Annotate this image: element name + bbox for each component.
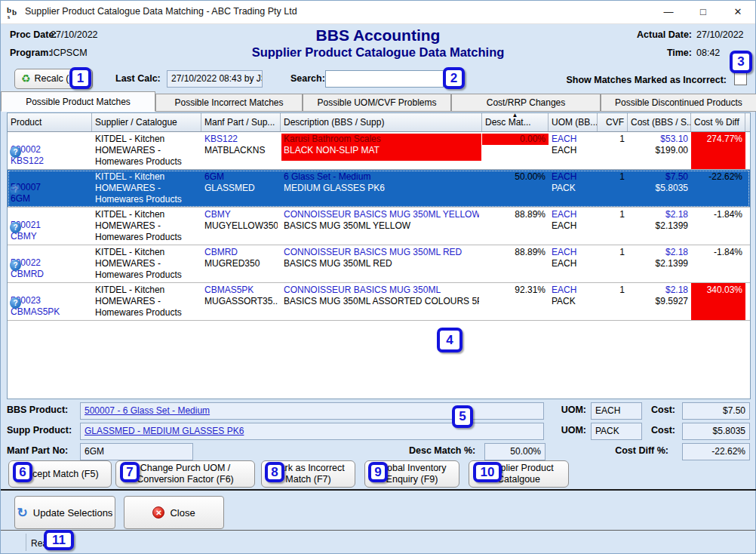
column-header-uom-bb-[interactable]: UOM (BB... (549, 113, 598, 131)
table-row[interactable]: ?600002KBS122KITDEL - KitchenHOMEWARES -… (8, 132, 750, 170)
bbs-cost-label: Cost: (651, 405, 675, 415)
desc-match-field: 50.00% (484, 443, 545, 460)
cell-manf-part: CBMAS5PKMUGASSORT35... (201, 283, 281, 320)
bbs-product-field[interactable]: 500007 - 6 Glass Set - Medium (80, 402, 544, 420)
cell-product: ?600002KBS122 (8, 132, 92, 169)
button-label: Match (F7) (285, 474, 330, 485)
question-mark-icon: ? (10, 184, 21, 195)
svg-text:s: s (8, 14, 10, 20)
bbs-product-label: BBS Product: (7, 405, 68, 415)
cell-cost: $2.18$9.5927 (628, 283, 691, 320)
question-mark-icon: ? (10, 222, 21, 233)
search-label: Search: (290, 73, 325, 84)
cell-cost: $2.18$2.1399 (628, 208, 691, 245)
question-mark-icon: ? (10, 146, 21, 158)
cell-cvf: 1 (598, 170, 628, 207)
som-marker-3: 3 (730, 51, 752, 73)
column-header-supplier-catalogue[interactable]: Supplier / Catalogue (92, 113, 201, 131)
cell-product: ?5000076GM (8, 170, 92, 207)
minimize-button[interactable]: — (651, 1, 686, 23)
update-selections-button[interactable]: ↻ Update Selections (14, 496, 115, 529)
table-body: ?600002KBS122KITDEL - KitchenHOMEWARES -… (8, 132, 750, 321)
close-window-button[interactable]: ✕ (721, 1, 755, 23)
svg-text:b: b (12, 8, 17, 17)
cell-cost: $53.10$199.00 (628, 132, 691, 169)
close-button-label: Close (170, 507, 195, 519)
search-input[interactable] (325, 70, 444, 88)
cell-cost-diff: -1.84% (691, 208, 745, 245)
bbs-uom-label: UOM: (561, 405, 586, 415)
column-header-description-bbs-supp-[interactable]: Description (BBS / Supp) (281, 113, 482, 131)
cell-supplier: KITDEL - KitchenHOMEWARES -Homewares Pro… (92, 208, 201, 245)
bbs-uom-field: EACH (591, 402, 642, 420)
cell-cost: $7.50$5.8035 (628, 170, 691, 207)
tab-possible-product-matches[interactable]: Possible Product Matches (1, 91, 155, 112)
bbs-logo-icon: b b s (6, 5, 21, 20)
som-marker-11: 11 (44, 530, 74, 550)
column-header-desc-mat-[interactable]: Desc Mat...▲ (482, 113, 549, 131)
last-calc-label: Last Calc: (115, 73, 161, 84)
column-header-cost-bbs-s-[interactable]: Cost (BBS / S... (628, 113, 691, 131)
cell-description: Karusi Bathroom ScalesBLACK NON-SLIP MAT (281, 132, 482, 169)
table-header-row: ProductSupplier / CatalogueManf Part / S… (8, 113, 750, 132)
cell-desc-match: 92.31% (482, 283, 549, 320)
button-label: Catalgoue (497, 474, 540, 485)
update-selections-label: Update Selections (33, 507, 113, 519)
cost-diff-field: -22.62% (682, 443, 750, 460)
cost-diff-label: Cost Diff %: (615, 445, 668, 456)
tab-bar: Possible Product MatchesPossible Incorre… (1, 91, 756, 112)
supp-cost-label: Cost: (651, 425, 675, 436)
cell-cost-diff: 274.77% (691, 132, 745, 169)
cell-uom: EACHEACH (549, 132, 598, 169)
tab-possible-incorrect-matches[interactable]: Possible Incorrect Matches (155, 94, 303, 112)
desc-match-label: Desc Match %: (409, 445, 475, 456)
supp-product-link[interactable]: GLASSMED - MEDIUM GLASSES PK6 (85, 426, 244, 436)
button-label: Conversion Factor (F6) (137, 474, 234, 485)
supp-cost-field: $5.8035 (682, 423, 750, 440)
som-marker-1: 1 (69, 67, 91, 89)
show-incorrect-checkbox[interactable] (734, 72, 747, 85)
supp-uom-label: UOM: (561, 425, 586, 436)
tab-possible-uom-cvf-problems[interactable]: Possible UOM/CVF Problems (303, 94, 451, 112)
table-row[interactable]: ?500023CBMAS5PKKITDEL - KitchenHOMEWARES… (8, 283, 750, 321)
column-header-manf-part-sup-[interactable]: Manf Part / Sup... (201, 113, 281, 131)
app-window: b b s Supplier Product Catalogue Data Ma… (0, 0, 756, 554)
question-mark-icon: ? (10, 260, 21, 271)
status-divider (26, 534, 26, 551)
cell-supplier: KITDEL - KitchenHOMEWARES -Homewares Pro… (92, 283, 201, 320)
cell-cvf: 1 (598, 132, 628, 169)
actual-date-value: 27/10/2022 (696, 29, 744, 40)
cell-desc-match: 50.00% (482, 170, 549, 207)
cell-cost-diff: -1.84% (691, 245, 745, 282)
supp-product-field[interactable]: GLASSMED - MEDIUM GLASSES PK6 (80, 423, 544, 440)
cell-cvf: 1 (598, 283, 628, 320)
column-header-cvf[interactable]: CVF (598, 113, 628, 131)
column-header-product[interactable]: Product (8, 113, 92, 131)
cell-manf-part: 6GMGLASSMED (201, 170, 281, 207)
cell-uom: EACHEACH (549, 208, 598, 245)
table-row[interactable]: ?500022CBMRDKITDEL - KitchenHOMEWARES -H… (8, 245, 750, 283)
sort-ascending-icon: ▲ (512, 113, 518, 118)
cell-desc-match: 88.89% (482, 245, 549, 282)
som-marker-2: 2 (443, 67, 465, 89)
status-bar: Ready (1, 530, 755, 553)
tab-possible-discontinued-products[interactable]: Possible Discontinued Products (601, 94, 756, 112)
window-title: Supplier Product Catalogue Data Matching… (25, 6, 297, 17)
cell-description: CONNOISSEUR BASICS MUG 350ML REDBASICS M… (281, 245, 482, 282)
maximize-button[interactable]: □ (686, 1, 721, 23)
cell-supplier: KITDEL - KitchenHOMEWARES -Homewares Pro… (92, 245, 201, 282)
cell-product: ?500021CBMY (8, 208, 92, 245)
table-row[interactable]: ?5000076GMKITDEL - KitchenHOMEWARES -Hom… (8, 170, 750, 208)
table-row[interactable]: ?500021CBMYKITDEL - KitchenHOMEWARES -Ho… (8, 208, 750, 245)
cell-cvf: 1 (598, 245, 628, 282)
titlebar[interactable]: b b s Supplier Product Catalogue Data Ma… (1, 1, 755, 24)
close-button[interactable]: ✕ Close (124, 496, 224, 529)
cell-manf-part: KBS122MATBLACKNS (201, 132, 281, 169)
column-header-cost-diff[interactable]: Cost % Diff (691, 113, 745, 131)
cell-product: ?500023CBMAS5PK (8, 283, 92, 320)
bbs-product-link[interactable]: 500007 - 6 Glass Set - Medium (85, 405, 210, 416)
cell-cvf: 1 (598, 208, 628, 245)
supp-product-label: Supp Product: (7, 425, 72, 436)
som-marker-6: 6 (13, 462, 32, 482)
tab-cost-rrp-changes[interactable]: Cost/RRP Changes (451, 94, 601, 112)
